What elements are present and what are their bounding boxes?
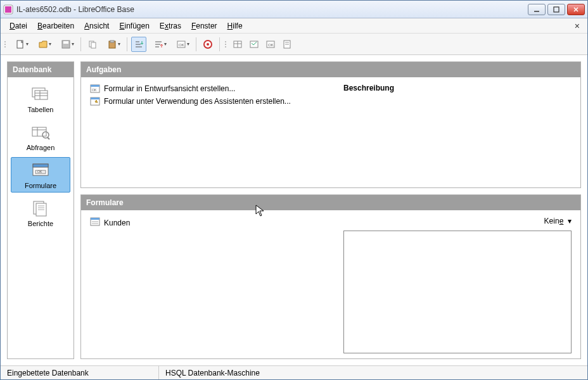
app-icon xyxy=(3,4,13,15)
open-document-button[interactable] xyxy=(32,37,54,52)
maximize-button[interactable] xyxy=(547,4,565,15)
sort-descending-button[interactable] xyxy=(148,37,169,52)
form-design-icon: OK xyxy=(90,84,100,94)
svg-line-41 xyxy=(48,137,49,139)
svg-rect-1 xyxy=(5,6,11,13)
sidebar-item-label: Berichte xyxy=(28,220,53,227)
toolbar-handle[interactable] xyxy=(3,37,7,52)
toolbar: OK OK xyxy=(1,34,587,55)
help-button[interactable] xyxy=(200,37,215,52)
form-icon xyxy=(90,217,100,229)
form-item-kunden[interactable]: Kunden xyxy=(90,217,326,229)
description-label: Beschreibung xyxy=(343,84,572,92)
task-create-form-wizard[interactable]: Formular unter Verwendung des Assistente… xyxy=(90,96,326,106)
form-button[interactable]: OK xyxy=(170,37,192,52)
toolbar-separator xyxy=(80,37,81,51)
window-title: IL-ates6502.odb - LibreOffice Base xyxy=(16,5,528,14)
table-button[interactable] xyxy=(230,37,245,52)
svg-rect-57 xyxy=(91,218,99,220)
tables-icon xyxy=(30,86,51,103)
svg-rect-55 xyxy=(91,98,99,99)
objects-panel: Formulare Kunden Keine ▾ xyxy=(80,194,581,359)
sidebar-item-label: Tabellen xyxy=(28,106,54,113)
sidebar-item-berichte[interactable]: Berichte xyxy=(11,195,70,231)
form-wizard-icon xyxy=(90,96,100,106)
svg-rect-3 xyxy=(554,7,559,12)
task-label: Formular unter Verwendung des Assistente… xyxy=(104,97,291,106)
menu-extras[interactable]: Extras xyxy=(155,20,186,32)
objects-header: Formulare xyxy=(81,195,580,210)
svg-text:OK: OK xyxy=(268,43,274,47)
copy-button[interactable] xyxy=(85,37,100,52)
sidebar-item-label: Abfragen xyxy=(27,144,55,151)
menu-bearbeiten[interactable]: Bearbeiten xyxy=(32,20,79,32)
svg-text:OK: OK xyxy=(37,170,42,174)
menubar: Datei Bearbeiten Ansicht Einfügen Extras… xyxy=(1,18,587,34)
menu-fenster[interactable]: Fenster xyxy=(186,20,222,32)
sidebar-item-formulare[interactable]: OK Formulare xyxy=(11,157,70,193)
sort-ascending-button[interactable] xyxy=(131,37,146,52)
main-area: Datenbank Tabellen Abfragen OK Formulare… xyxy=(1,55,587,365)
menu-hilfe[interactable]: Hilfe xyxy=(222,20,248,32)
svg-text:OK: OK xyxy=(92,88,97,92)
task-label: Formular in Entwurfsansicht erstellen... xyxy=(104,84,235,93)
toolbar-separator xyxy=(127,37,127,51)
view-mode-dropdown[interactable]: Keine ▾ xyxy=(544,215,572,227)
svg-rect-8 xyxy=(63,41,68,44)
sidebar-item-abfragen[interactable]: Abfragen xyxy=(11,119,70,155)
svg-rect-43 xyxy=(33,164,48,167)
svg-rect-33 xyxy=(35,91,48,99)
sidebar: Datenbank Tabellen Abfragen OK Formulare… xyxy=(7,61,74,359)
status-embedded-db: Eingebettete Datenbank xyxy=(1,366,159,379)
document-close-button[interactable]: × xyxy=(571,21,584,31)
queries-icon xyxy=(30,124,51,141)
statusbar: Eingebettete Datenbank HSQL Datenbank-Ma… xyxy=(1,365,587,379)
minimize-button[interactable] xyxy=(528,4,546,15)
report-button[interactable] xyxy=(279,37,295,52)
toolbar-handle[interactable] xyxy=(224,37,227,52)
task-create-form-design[interactable]: OK Formular in Entwurfsansicht erstellen… xyxy=(90,84,326,94)
menu-ansicht[interactable]: Ansicht xyxy=(79,20,114,32)
query-button[interactable] xyxy=(246,37,262,52)
preview-area xyxy=(343,231,572,353)
paste-button[interactable] xyxy=(101,37,123,52)
menu-datei[interactable]: Datei xyxy=(4,20,32,32)
forms-icon: OK xyxy=(30,162,51,179)
svg-point-22 xyxy=(207,43,209,46)
sidebar-item-tabellen[interactable]: Tabellen xyxy=(11,81,70,117)
titlebar: IL-ates6502.odb - LibreOffice Base xyxy=(1,1,587,18)
svg-rect-12 xyxy=(110,41,114,42)
tasks-header: Aufgaben xyxy=(81,62,580,77)
reports-icon xyxy=(30,200,51,217)
tasks-panel: Aufgaben OK Formular in Entwurfsansicht … xyxy=(80,61,581,188)
form-item-label: Kunden xyxy=(104,218,130,227)
sidebar-header: Datenbank xyxy=(8,62,74,77)
svg-rect-10 xyxy=(91,42,96,48)
form-design-button[interactable]: OK xyxy=(263,37,278,52)
svg-text:OK: OK xyxy=(179,43,184,47)
status-db-engine: HSQL Datenbank-Maschine xyxy=(159,366,587,379)
save-button[interactable] xyxy=(55,37,77,52)
new-document-button[interactable] xyxy=(10,37,31,52)
sidebar-item-label: Formulare xyxy=(25,182,56,189)
toolbar-separator xyxy=(196,37,196,51)
close-button[interactable] xyxy=(567,4,585,15)
menu-einfuegen[interactable]: Einfügen xyxy=(114,20,154,32)
toolbar-separator xyxy=(219,37,220,51)
svg-rect-52 xyxy=(91,85,99,87)
